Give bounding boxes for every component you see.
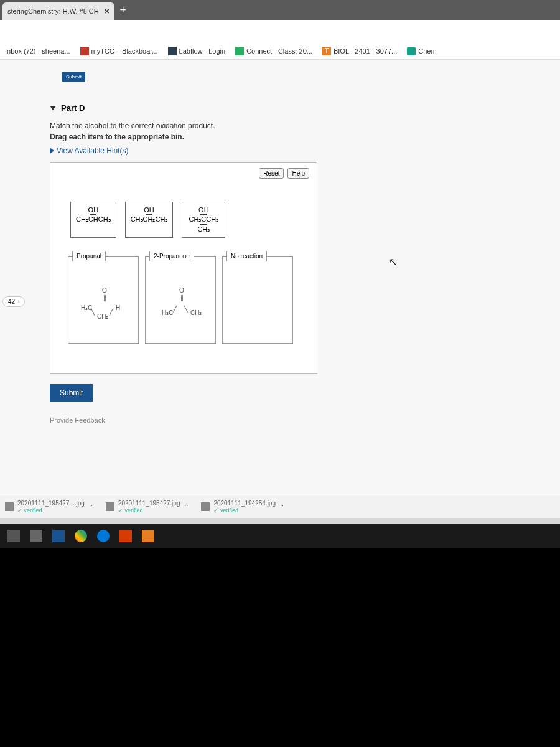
download-item[interactable]: 20201111_194254.jpg✓ verified ⌃	[201, 500, 284, 514]
bookmark-connect[interactable]: Connect - Class: 20...	[235, 47, 312, 55]
download-item[interactable]: 20201111_195427....jpg✓ verified ⌃	[5, 500, 93, 514]
bookmark-icon	[80, 47, 89, 55]
drag-item-alcohol-2[interactable]: OH CH₃CH₂CH₃	[125, 202, 174, 238]
app-icon	[119, 530, 132, 542]
downloads-bar: 20201111_195427....jpg✓ verified ⌃ 20201…	[0, 496, 560, 518]
tab-title: steringChemistry: H.W. #8 CH	[7, 7, 99, 15]
chevron-right-icon	[50, 148, 54, 154]
app-icon	[7, 530, 20, 542]
chevron-up-icon[interactable]: ⌃	[184, 504, 189, 510]
browser-toolbar	[0, 20, 560, 42]
bookmark-inbox[interactable]: Inbox (72) - sheena...	[5, 47, 70, 55]
taskbar-app-7[interactable]	[138, 527, 158, 545]
drop-bin-noreaction[interactable]: No reaction	[222, 256, 293, 344]
close-icon[interactable]: ✕	[104, 7, 110, 16]
drop-bin-propanone[interactable]: 2-Propanone O ‖ H₃C ╱ ╲ CH₃	[145, 256, 216, 344]
taskbar-app-1[interactable]	[4, 527, 24, 545]
structure-diagram: O ‖ H₃C ╲ CH₂ ╱ H	[68, 270, 138, 336]
image-file-icon	[5, 502, 14, 511]
taskbar-app-6[interactable]	[116, 527, 136, 545]
drop-bin-propanal[interactable]: Propanal O ‖ H₃C ╲ CH₂ ╱ H	[68, 256, 139, 344]
chevron-down-icon	[50, 106, 56, 110]
taskbar-app-3[interactable]	[49, 527, 68, 545]
browser-tab[interactable]: steringChemistry: H.W. #8 CH ✕	[2, 2, 114, 20]
edge-icon	[97, 530, 110, 542]
download-item[interactable]: 20201111_195427.jpg✓ verified ⌃	[106, 500, 189, 514]
bookmark-mytcc[interactable]: myTCC – Blackboar...	[80, 47, 158, 55]
bookmark-biol[interactable]: TBIOL - 2401 - 3077...	[322, 47, 397, 55]
structure-diagram: O ‖ H₃C ╱ ╲ CH₃	[146, 270, 215, 336]
bookmark-labflow[interactable]: Labflow - Login	[168, 47, 226, 55]
bookmark-icon	[235, 47, 244, 55]
drag-item-alcohol-3[interactable]: OH CH₃CCH₃ CH₃	[182, 202, 225, 238]
page-nav-button[interactable]: 42 ›	[2, 296, 25, 307]
chevron-up-icon[interactable]: ⌃	[88, 504, 93, 510]
chrome-icon	[75, 530, 87, 542]
folder-icon	[30, 530, 42, 542]
taskbar-app-2[interactable]	[26, 527, 46, 545]
taskbar-app-4[interactable]	[71, 527, 91, 545]
image-file-icon	[106, 502, 114, 511]
reset-button[interactable]: Reset	[259, 168, 284, 179]
page-content: Submit 42 › Part D Match the alcohol to …	[0, 60, 560, 518]
view-hints-link[interactable]: View Available Hint(s)	[50, 146, 560, 155]
mail-icon	[52, 530, 65, 542]
app-icon	[142, 530, 154, 542]
submit-button[interactable]: Submit	[50, 384, 93, 402]
drop-bins-row: Propanal O ‖ H₃C ╲ CH₂ ╱ H	[68, 256, 309, 344]
windows-taskbar	[0, 524, 560, 548]
part-header[interactable]: Part D	[50, 103, 560, 113]
flask-icon	[168, 47, 177, 55]
help-button[interactable]: Help	[287, 168, 309, 179]
question-part: Part D Match the alcohol to the correct …	[50, 103, 560, 424]
instruction-text: Drag each item to the appropriate bin.	[50, 133, 560, 141]
instruction-text: Match the alcohol to the correct oxidati…	[50, 121, 560, 130]
bookmark-icon: T	[322, 47, 331, 55]
bookmark-chem[interactable]: Chem	[407, 47, 436, 55]
new-tab-button[interactable]: +	[114, 4, 132, 17]
taskbar-app-5[interactable]	[93, 527, 113, 545]
provide-feedback-link[interactable]: Provide Feedback	[50, 416, 560, 424]
drag-drop-workspace: Reset Help OH CH₃CHCH₃ OH CH₃CH₂CH₃	[50, 162, 317, 374]
bookmarks-bar: Inbox (72) - sheena... myTCC – Blackboar…	[0, 42, 560, 60]
chevron-up-icon[interactable]: ⌃	[279, 504, 284, 510]
drag-items-row: OH CH₃CHCH₃ OH CH₃CH₂CH₃ OH CH₃CCH₃	[70, 202, 309, 238]
status-badge: Submit	[62, 72, 85, 82]
bookmark-icon	[407, 47, 416, 55]
chevron-right-icon: ›	[17, 298, 19, 305]
image-file-icon	[201, 502, 210, 511]
browser-tab-bar: steringChemistry: H.W. #8 CH ✕ +	[0, 0, 560, 20]
drag-item-alcohol-1[interactable]: OH CH₃CHCH₃	[70, 202, 116, 238]
